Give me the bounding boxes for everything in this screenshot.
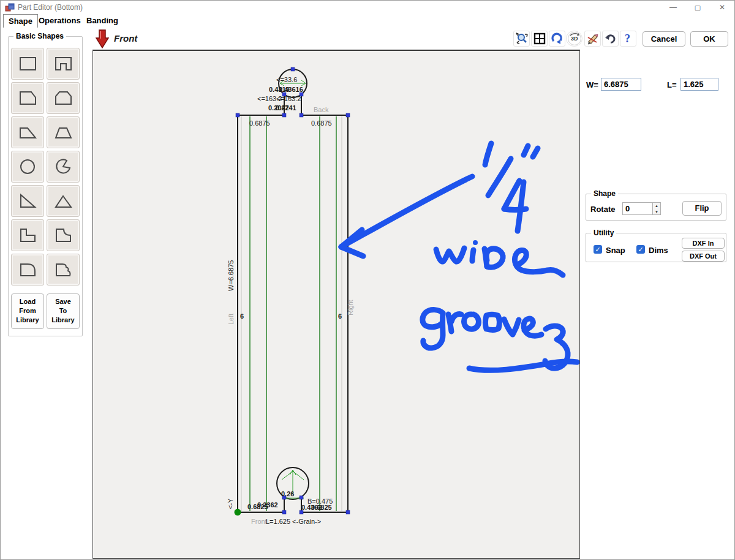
help-icon[interactable]: ? bbox=[620, 31, 636, 47]
edit-pencil-icon[interactable] bbox=[584, 31, 601, 47]
shape-right-trapezoid-button[interactable] bbox=[11, 116, 44, 148]
svg-text:0.26: 0.26 bbox=[281, 490, 294, 498]
rotate-3d-icon[interactable]: 3D bbox=[566, 31, 582, 47]
part-canvas[interactable]: <=33.60.43190.43616<=163.2<=163.20.20420… bbox=[92, 50, 580, 559]
width-label: W= bbox=[586, 80, 598, 89]
dimension-marks bbox=[280, 80, 306, 498]
svg-text:0.43616: 0.43616 bbox=[279, 86, 303, 93]
front-view-label: Front bbox=[114, 33, 137, 44]
svg-text:Front: Front bbox=[251, 518, 267, 525]
svg-text:6: 6 bbox=[240, 312, 244, 320]
shape-circle-notch-button[interactable] bbox=[47, 151, 80, 183]
minimize-button[interactable]: — bbox=[661, 1, 685, 14]
shape-l-shape-button[interactable] bbox=[11, 219, 44, 251]
tab-shape[interactable]: Shape bbox=[3, 14, 38, 28]
svg-text:Right: Right bbox=[347, 300, 354, 316]
dims-label: Dims bbox=[649, 246, 668, 255]
rotate-input[interactable] bbox=[622, 202, 653, 215]
front-direction-arrow-icon bbox=[96, 29, 109, 48]
dxf-out-button[interactable]: DXF Out bbox=[682, 251, 725, 262]
drag-handles[interactable] bbox=[236, 67, 350, 514]
cancel-button[interactable]: Cancel bbox=[643, 31, 685, 47]
svg-text:0.2362: 0.2362 bbox=[257, 501, 278, 509]
svg-text:Back: Back bbox=[314, 106, 329, 113]
shape-l-cove-button[interactable] bbox=[47, 219, 80, 251]
svg-text:0.2741: 0.2741 bbox=[276, 104, 296, 112]
svg-text:3D: 3D bbox=[571, 36, 578, 42]
dims-checkbox[interactable]: ✓ bbox=[636, 245, 645, 254]
utility-group-title: Utility bbox=[591, 229, 616, 237]
window-grid-icon[interactable] bbox=[531, 31, 548, 47]
svg-text:<=33.6: <=33.6 bbox=[276, 76, 297, 83]
svg-text:<=163.2: <=163.2 bbox=[276, 95, 301, 102]
part-outline bbox=[238, 69, 348, 512]
svg-text:?: ? bbox=[625, 32, 630, 45]
dxf-in-button[interactable]: DXF In bbox=[682, 238, 725, 249]
length-label: L= bbox=[667, 80, 677, 89]
snap-checkbox[interactable]: ✓ bbox=[594, 245, 602, 254]
shape-corner-clip-button[interactable] bbox=[11, 82, 44, 114]
shape-right-triangle-button[interactable] bbox=[11, 185, 44, 217]
shape-rounded-corner-button[interactable] bbox=[11, 254, 44, 286]
svg-text:L=1.625 <-Grain->: L=1.625 <-Grain-> bbox=[266, 518, 321, 525]
undo-icon[interactable] bbox=[602, 31, 619, 47]
shape-double-cove-button[interactable] bbox=[47, 254, 80, 286]
maximize-button[interactable]: ▢ bbox=[685, 1, 710, 14]
svg-text:0.6875: 0.6875 bbox=[249, 119, 270, 127]
part-drawing: <=33.60.43190.43616<=163.2<=163.20.20420… bbox=[93, 51, 579, 558]
svg-text:Left: Left bbox=[227, 314, 235, 325]
width-input[interactable] bbox=[601, 78, 641, 91]
origin-point[interactable] bbox=[235, 509, 241, 516]
title-bar: Part Editor (Bottom) — ▢ ✕ bbox=[1, 1, 734, 14]
basic-shapes-title: Basic Shapes bbox=[13, 32, 66, 40]
tab-operations[interactable]: Operations bbox=[34, 14, 86, 28]
svg-text:<-Y: <-Y bbox=[227, 498, 234, 509]
shape-notched-rectangle-button[interactable] bbox=[47, 48, 80, 80]
app-icon bbox=[5, 2, 15, 12]
load-from-library-button[interactable]: Load From Library bbox=[11, 293, 44, 329]
part-editor-window: Part Editor (Bottom) — ▢ ✕ Shape Operati… bbox=[0, 0, 735, 560]
ok-button[interactable]: OK bbox=[690, 31, 728, 47]
shape-triangle-button[interactable] bbox=[47, 185, 80, 217]
save-to-library-button[interactable]: Save To Library bbox=[47, 293, 80, 329]
zoom-extents-icon[interactable] bbox=[513, 31, 530, 47]
rotate-spinner[interactable]: ▲▼ bbox=[652, 202, 661, 215]
snap-label: Snap bbox=[606, 246, 625, 255]
shape-rectangle-button[interactable] bbox=[11, 48, 44, 80]
shape-double-corner-clip-button[interactable] bbox=[47, 82, 80, 114]
tab-banding[interactable]: Banding bbox=[81, 14, 123, 28]
svg-text:0.6825: 0.6825 bbox=[311, 504, 332, 511]
flip-button[interactable]: Flip bbox=[682, 201, 722, 216]
svg-text:6: 6 bbox=[338, 312, 342, 320]
groove-lines bbox=[250, 116, 336, 511]
shape-group-title: Shape bbox=[591, 189, 618, 198]
dimension-labels: <=33.60.43190.43616<=163.2<=163.20.20420… bbox=[227, 76, 354, 525]
svg-text:W=6.6875: W=6.6875 bbox=[227, 260, 235, 291]
length-input[interactable] bbox=[680, 78, 718, 91]
svg-text:0.6875: 0.6875 bbox=[311, 119, 332, 127]
rotate-view-icon[interactable] bbox=[549, 31, 565, 47]
rotate-label: Rotate bbox=[590, 205, 615, 214]
window-title: Part Editor (Bottom) bbox=[18, 3, 83, 12]
close-button[interactable]: ✕ bbox=[710, 1, 734, 14]
shape-trapezoid-button[interactable] bbox=[47, 116, 80, 148]
tab-strip: Shape Operations Banding bbox=[1, 14, 734, 28]
shape-circle-button[interactable] bbox=[11, 151, 44, 183]
